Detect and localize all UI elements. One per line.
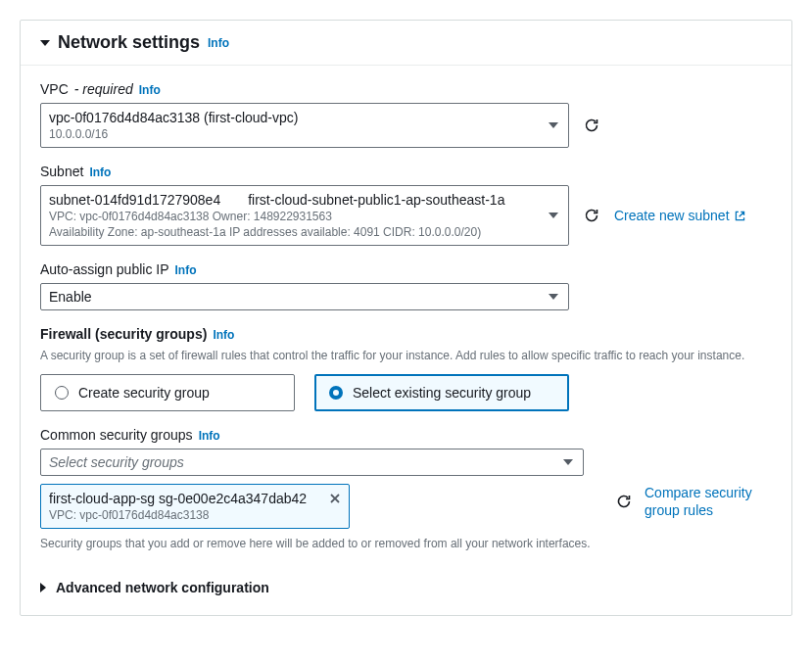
- chevron-down-icon: [549, 294, 558, 300]
- common-sg-label: Common security groups: [40, 427, 193, 443]
- panel-title: Network settings: [58, 32, 200, 53]
- caret-down-icon: [40, 40, 50, 46]
- compare-sg-rules-link[interactable]: Compare security group rules: [645, 484, 772, 519]
- header-info-link[interactable]: Info: [208, 36, 229, 50]
- subnet-field: Subnet Info subnet-014fd91d1727908e4 fir…: [40, 164, 772, 246]
- chevron-down-icon: [549, 122, 558, 128]
- subnet-line2: VPC: vpc-0f0176d4d84ac3138 Owner: 148922…: [49, 210, 539, 223]
- sg-token-sub: VPC: vpc-0f0176d4d84ac3138: [49, 508, 341, 522]
- autoip-label-row: Auto-assign public IP Info: [40, 261, 772, 277]
- common-sg-placeholder: Select security groups: [49, 454, 553, 470]
- autoip-field: Auto-assign public IP Info Enable: [40, 261, 772, 310]
- subnet-label-row: Subnet Info: [40, 164, 772, 179]
- chevron-down-icon: [563, 459, 573, 465]
- common-sg-field: Common security groups Info Select secur…: [40, 427, 772, 550]
- common-sg-label-row: Common security groups Info: [40, 427, 772, 443]
- firewall-field: Firewall (security groups) Info A securi…: [40, 326, 772, 411]
- firewall-radio-group: Create security group Select existing se…: [40, 374, 772, 411]
- refresh-icon: [616, 494, 632, 509]
- radio-create-label: Create security group: [78, 385, 210, 401]
- vpc-select-cidr: 10.0.0.0/16: [49, 127, 539, 141]
- vpc-required: - required: [74, 81, 133, 97]
- autoip-value: Enable: [49, 289, 539, 305]
- firewall-label-row: Firewall (security groups) Info: [40, 326, 772, 342]
- subnet-id: subnet-014fd91d1727908e4: [49, 192, 220, 208]
- subnet-refresh-button[interactable]: [583, 207, 600, 224]
- vpc-label: VPC: [40, 81, 69, 97]
- radio-create-sg[interactable]: Create security group: [40, 374, 295, 411]
- sg-token: first-cloud-app-sg sg-0e00e2c4a347dab42 …: [40, 484, 350, 529]
- vpc-refresh-button[interactable]: [583, 117, 600, 134]
- sg-token-remove[interactable]: [329, 492, 341, 506]
- chevron-down-icon: [549, 213, 558, 218]
- panel-header[interactable]: Network settings Info: [21, 21, 791, 66]
- vpc-label-row: VPC - required Info: [40, 81, 772, 97]
- firewall-desc: A security group is a set of firewall ru…: [40, 348, 772, 364]
- subnet-select-main: subnet-014fd91d1727908e4 first-cloud-sub…: [49, 192, 539, 208]
- subnet-line3: Availability Zone: ap-southeast-1a IP ad…: [49, 225, 539, 239]
- subnet-name: first-cloud-subnet-public1-ap-southeast-…: [248, 192, 504, 208]
- firewall-info-link[interactable]: Info: [213, 328, 234, 342]
- radio-icon: [329, 386, 343, 400]
- panel-body: VPC - required Info vpc-0f0176d4d84ac313…: [21, 66, 791, 615]
- common-sg-select[interactable]: Select security groups: [40, 449, 584, 476]
- external-link-icon: [734, 210, 746, 222]
- subnet-select[interactable]: subnet-014fd91d1727908e4 first-cloud-sub…: [40, 185, 569, 246]
- vpc-select[interactable]: vpc-0f0176d4d84ac3138 (first-cloud-vpc) …: [40, 103, 569, 148]
- sg-token-main: first-cloud-app-sg sg-0e00e2c4a347dab42: [49, 491, 341, 506]
- vpc-select-value: vpc-0f0176d4d84ac3138 (first-cloud-vpc): [49, 110, 539, 125]
- refresh-icon: [584, 208, 599, 223]
- vpc-field: VPC - required Info vpc-0f0176d4d84ac313…: [40, 81, 772, 148]
- common-sg-info-link[interactable]: Info: [199, 429, 220, 443]
- create-subnet-link[interactable]: Create new subnet: [614, 208, 746, 223]
- autoip-select[interactable]: Enable: [40, 283, 569, 310]
- autoip-info-link[interactable]: Info: [175, 263, 197, 277]
- firewall-label: Firewall (security groups): [40, 326, 207, 342]
- radio-icon: [55, 386, 69, 400]
- vpc-info-link[interactable]: Info: [139, 83, 161, 97]
- common-sg-helper: Security groups that you add or remove h…: [40, 537, 772, 550]
- refresh-icon: [584, 118, 599, 133]
- close-icon: [329, 493, 341, 504]
- radio-select-label: Select existing security group: [353, 385, 531, 401]
- caret-right-icon: [40, 583, 46, 592]
- radio-select-existing-sg[interactable]: Select existing security group: [314, 374, 569, 411]
- advanced-label: Advanced network configuration: [56, 580, 269, 595]
- advanced-network-config-toggle[interactable]: Advanced network configuration: [40, 566, 772, 605]
- sg-refresh-button[interactable]: [615, 493, 633, 510]
- subnet-info-link[interactable]: Info: [89, 166, 111, 179]
- create-subnet-label: Create new subnet: [614, 208, 730, 223]
- autoip-label: Auto-assign public IP: [40, 261, 169, 277]
- subnet-label: Subnet: [40, 164, 83, 179]
- network-settings-panel: Network settings Info VPC - required Inf…: [20, 20, 792, 616]
